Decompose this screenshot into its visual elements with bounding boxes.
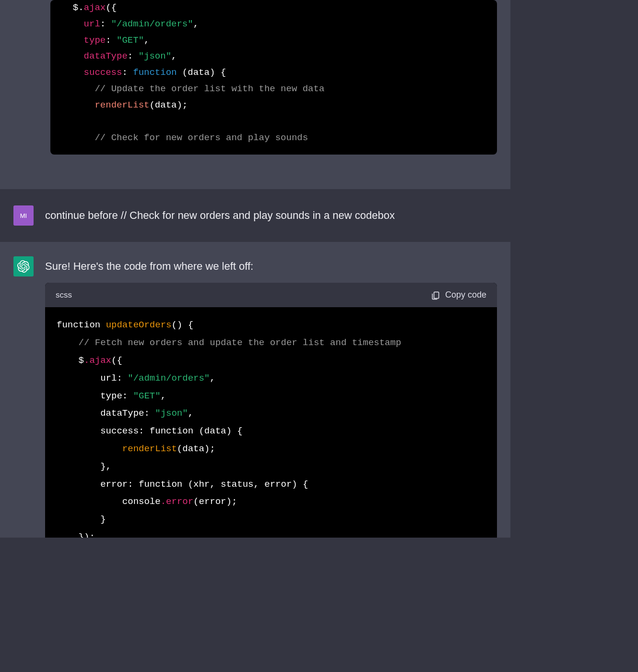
avatar [13,256,34,276]
copy-code-button[interactable]: Copy code [431,288,486,301]
assistant-message: Sure! Here's the code from where we left… [0,242,510,538]
openai-logo-icon [17,260,30,273]
clipboard-icon [431,290,440,300]
code-lang-label: scss [56,289,72,301]
code-content: $.ajax({ url: "/admin/orders", type: "GE… [62,2,324,143]
user-text: continue before // Check for new orders … [45,205,497,223]
copy-code-label: Copy code [445,288,486,301]
svg-rect-0 [434,292,439,298]
code-header: scss Copy code [45,283,497,307]
code-content: function updateOrders() { // Fetch new o… [57,320,401,538]
assistant-intro-text: Sure! Here's the code from where we left… [45,258,497,274]
user-message: MI continue before // Check for new orde… [0,189,510,242]
code-block: scss Copy code function updateOrders() {… [45,283,497,538]
code-block: $.ajax({ url: "/admin/orders", type: "GE… [50,0,497,155]
assistant-message-prev: $.ajax({ url: "/admin/orders", type: "GE… [0,0,510,189]
avatar: MI [13,205,34,226]
